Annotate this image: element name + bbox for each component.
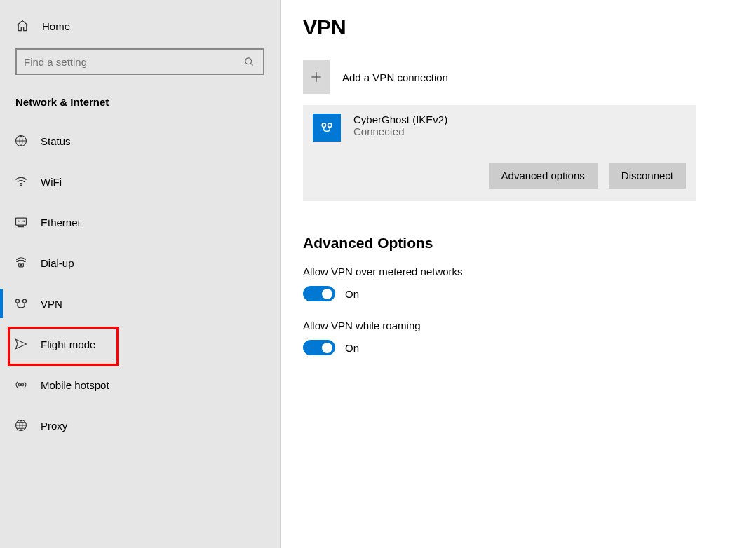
sidebar-home-label: Home [42, 20, 70, 32]
svg-rect-3 [16, 218, 27, 225]
page-title: VPN [303, 15, 734, 39]
svg-point-10 [322, 123, 325, 127]
toggle-metered[interactable] [303, 286, 335, 301]
disconnect-button[interactable]: Disconnect [609, 163, 686, 189]
sidebar-item-label: Flight mode [41, 338, 95, 350]
svg-point-6 [16, 299, 20, 303]
vpn-connection-icon [313, 114, 341, 142]
status-icon [14, 134, 28, 148]
svg-point-8 [20, 384, 22, 386]
svg-point-11 [328, 123, 332, 127]
sidebar-category: Network & Internet [0, 90, 280, 121]
svg-point-5 [20, 264, 22, 266]
proxy-icon [14, 418, 28, 432]
svg-point-2 [20, 185, 22, 186]
vpn-icon [14, 296, 28, 310]
add-vpn-label: Add a VPN connection [342, 71, 448, 83]
sidebar-item-label: Dial-up [41, 257, 74, 269]
dialup-icon [14, 256, 28, 270]
sidebar-home[interactable]: Home [0, 0, 280, 48]
toggle-roaming-state: On [345, 342, 359, 354]
main-content: VPN Add a VPN connection CyberGhost (IKE… [281, 0, 756, 548]
toggle-roaming-label: Allow VPN while roaming [303, 320, 734, 331]
sidebar-item-label: VPN [41, 298, 62, 310]
sidebar-item-hotspot[interactable]: Mobile hotspot [0, 364, 280, 405]
sidebar-item-flightmode[interactable]: Flight mode [0, 324, 280, 364]
toggle-metered-group: Allow VPN over metered networks On [303, 266, 734, 301]
plus-icon [303, 60, 330, 94]
search-input-container[interactable] [15, 48, 264, 75]
wifi-icon [14, 174, 28, 189]
search-icon [242, 55, 256, 69]
advanced-options-button[interactable]: Advanced options [489, 163, 598, 189]
home-icon [15, 19, 29, 33]
toggle-metered-label: Allow VPN over metered networks [303, 266, 734, 278]
sidebar-item-dialup[interactable]: Dial-up [0, 242, 280, 283]
svg-point-7 [23, 299, 27, 303]
sidebar-item-label: WiFi [41, 176, 62, 188]
airplane-icon [14, 337, 28, 351]
toggle-metered-state: On [345, 288, 359, 300]
hotspot-icon [14, 378, 28, 392]
sidebar-item-label: Mobile hotspot [41, 379, 109, 391]
vpn-name: CyberGhost (IKEv2) [353, 114, 447, 125]
vpn-status: Connected [353, 125, 447, 137]
vpn-card-text: CyberGhost (IKEv2) Connected [353, 114, 447, 142]
toggle-roaming[interactable] [303, 340, 335, 355]
sidebar-item-label: Status [41, 135, 71, 147]
sidebar-item-vpn[interactable]: VPN [0, 283, 280, 324]
sidebar-item-label: Ethernet [41, 217, 81, 228]
sidebar-item-status[interactable]: Status [0, 121, 280, 161]
vpn-connection-card[interactable]: CyberGhost (IKEv2) Connected Advanced op… [303, 105, 696, 201]
sidebar-item-wifi[interactable]: WiFi [0, 161, 280, 202]
svg-point-0 [245, 57, 251, 64]
search-input[interactable] [24, 56, 234, 68]
toggle-roaming-group: Allow VPN while roaming On [303, 320, 734, 355]
sidebar-item-proxy[interactable]: Proxy [0, 405, 280, 446]
sidebar: Home Network & Internet Status WiFi Ethe… [0, 0, 281, 548]
advanced-options-title: Advanced Options [303, 235, 734, 252]
sidebar-item-label: Proxy [41, 420, 67, 432]
vpn-card-header: CyberGhost (IKEv2) Connected [313, 114, 686, 142]
ethernet-icon [14, 215, 28, 229]
sidebar-item-ethernet[interactable]: Ethernet [0, 202, 280, 242]
vpn-card-buttons: Advanced options Disconnect [313, 163, 686, 189]
add-vpn-row[interactable]: Add a VPN connection [303, 60, 734, 94]
